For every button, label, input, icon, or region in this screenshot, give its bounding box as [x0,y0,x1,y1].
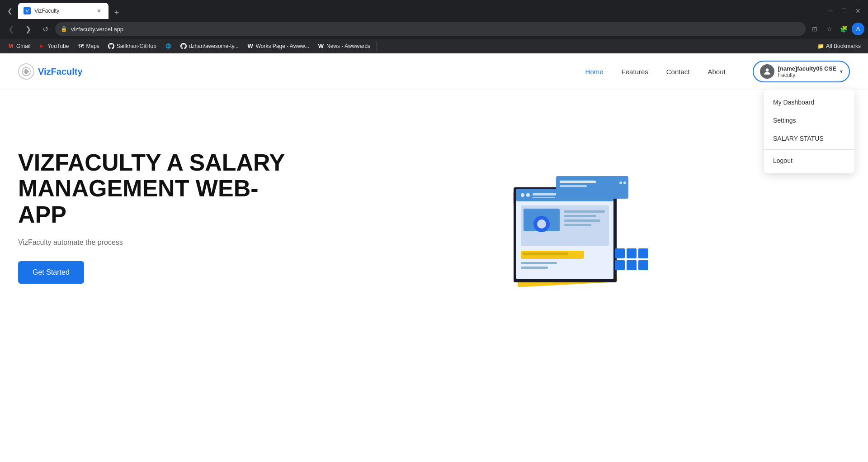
bookmark-youtube[interactable]: ▶ YouTube [35,41,72,51]
dropdown-settings[interactable]: Settings [764,111,854,129]
nav-home[interactable]: Home [585,68,604,76]
user-role: Faculty [778,72,836,78]
svg-point-27 [619,181,622,184]
globe-favicon: 🌐 [165,43,172,50]
svg-point-28 [623,181,626,184]
nav-about[interactable]: About [708,68,725,76]
bookmarks-divider [377,42,377,51]
screen-cast-button[interactable]: ⊡ [808,23,821,35]
logo-text: VizFaculty [38,67,83,77]
svg-rect-31 [638,248,648,258]
recent-tabs-button[interactable]: ❮ [4,5,16,17]
address-text: vizfaculty.vercel.app [71,26,800,33]
dropdown-dashboard[interactable]: My Dashboard [764,93,854,111]
new-tab-button[interactable]: + [110,6,123,19]
svg-rect-26 [560,185,587,187]
svg-rect-17 [564,215,596,217]
works-favicon: W [247,43,254,50]
bookmark-dzhari[interactable]: dzhari/awesome-ty... [176,41,242,51]
svg-rect-34 [638,260,648,270]
dropdown-salary-status[interactable]: SALARY STATUS [764,129,854,148]
svg-rect-18 [564,219,600,222]
maximize-button[interactable]: □ [838,5,850,17]
nav-features[interactable]: Features [622,68,648,76]
bookmark-maps-label: Maps [86,43,99,49]
svg-rect-16 [564,210,605,213]
title-bar: ❮ V VizFaculty ✕ + ─ □ ✕ [0,0,868,19]
user-dropdown-menu: My Dashboard Settings SALARY STATUS Logo… [764,90,854,173]
bookmark-dzhari-label: dzhari/awesome-ty... [189,43,239,49]
news-favicon: W [317,43,325,50]
address-actions: ⊡ ☆ 🧩 A [808,23,864,35]
get-started-button[interactable]: Get Started [18,261,84,284]
address-bar-row: ❮ ❯ ↺ 🔒 vizfaculty.vercel.app ⊡ ☆ 🧩 A [0,19,868,39]
all-bookmarks-icon: 📁 [817,43,824,49]
user-name: [name]faculty05 CSE [778,65,836,72]
all-bookmarks-label: All Bookmarks [826,43,861,49]
close-tab-button[interactable]: ✕ [95,7,103,15]
hero-content: VIZFACULTY A SALARY MANAGEMENT WEB-APP V… [18,150,289,284]
bookmark-gmail-label: Gmail [16,43,30,49]
nav-contact[interactable]: Contact [666,68,690,76]
site-logo: VizFaculty [18,63,83,80]
svg-rect-33 [627,260,637,270]
user-avatar [760,64,774,79]
svg-rect-25 [560,181,596,183]
tab-navigation: ❮ [4,5,16,17]
logo-icon [18,63,34,80]
user-info: [name]faculty05 CSE Faculty [778,65,836,78]
youtube-favicon: ▶ [38,43,46,50]
window-controls: ─ □ ✕ [824,5,864,17]
bookmark-maps[interactable]: 🗺 Maps [74,41,103,51]
back-button[interactable]: ❮ [4,22,18,36]
svg-rect-22 [521,262,557,264]
gmail-favicon: M [7,43,14,50]
svg-point-8 [521,193,524,197]
dropdown-arrow-icon: ▾ [840,68,843,75]
bookmark-works[interactable]: W Works Page - Awww... [243,41,313,51]
bookmark-youtube-label: YouTube [47,43,69,49]
bookmark-saifkhan-label: Saifkhan-GitHub [117,43,156,49]
svg-point-2 [765,68,769,71]
active-tab[interactable]: V VizFaculty ✕ [18,3,108,19]
site-nav-links: Home Features Contact About [585,68,726,76]
hero-subtitle: VizFaculty automate the process [18,238,289,247]
svg-point-15 [537,219,546,229]
minimize-button[interactable]: ─ [824,5,836,17]
browser-chrome: ❮ V VizFaculty ✕ + ─ □ ✕ ❮ ❯ ↺ 🔒 vizfacu… [0,0,868,53]
svg-rect-21 [523,252,568,255]
extensions-button[interactable]: 🧩 [837,23,850,35]
svg-rect-19 [564,224,591,226]
svg-rect-29 [615,248,625,258]
hero-section: VIZFACULTY A SALARY MANAGEMENT WEB-APP V… [0,90,868,325]
user-dropdown-button[interactable]: [name]faculty05 CSE Faculty ▾ [753,61,850,82]
address-bar[interactable]: 🔒 vizfaculty.vercel.app [55,22,806,36]
bookmarks-bar: M Gmail ▶ YouTube 🗺 Maps Saifkhan-GitHub… [0,39,868,53]
close-window-button[interactable]: ✕ [852,5,864,16]
svg-point-9 [526,193,530,197]
svg-point-1 [25,70,28,73]
bookmark-gmail[interactable]: M Gmail [4,41,34,51]
tab-title: VizFaculty [34,8,91,14]
hero-svg [479,135,660,298]
hero-title: VIZFACULTY A SALARY MANAGEMENT WEB-APP [18,150,289,228]
bookmark-button[interactable]: ☆ [823,23,835,35]
maps-favicon: 🗺 [77,43,85,50]
dzhari-favicon [180,43,187,50]
site-navbar: VizFaculty Home Features Contact About [… [0,53,868,90]
tab-strip: V VizFaculty ✕ + [18,3,824,19]
bookmark-globe[interactable]: 🌐 [161,41,175,51]
svg-rect-11 [533,197,555,198]
dropdown-logout[interactable]: Logout [764,152,854,170]
profile-button[interactable]: A [852,23,864,35]
tab-favicon: V [24,7,31,14]
reload-button[interactable]: ↺ [38,22,52,36]
bookmark-saifkhan[interactable]: Saifkhan-GitHub [104,41,160,51]
bookmark-works-label: Works Page - Awww... [256,43,309,49]
bookmark-news[interactable]: W News - Awwwards [314,41,374,51]
bookmark-news-label: News - Awwwards [326,43,370,49]
all-bookmarks-button[interactable]: 📁 All Bookmarks [814,42,864,51]
website-content: VizFaculty Home Features Contact About [… [0,53,868,462]
dropdown-divider [764,149,854,150]
forward-button[interactable]: ❯ [21,22,35,36]
